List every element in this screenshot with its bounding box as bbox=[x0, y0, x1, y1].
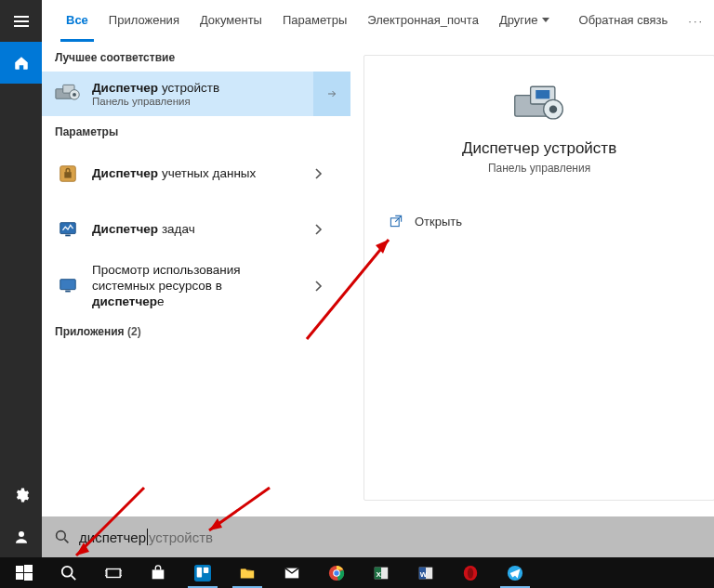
preview-title: Диспетчер устройств bbox=[462, 139, 616, 158]
result-title: Просмотр использования системных ресурсо… bbox=[92, 263, 289, 310]
chrome-icon bbox=[328, 565, 345, 581]
action-open-label: Открыть bbox=[415, 215, 462, 229]
svg-point-30 bbox=[334, 570, 338, 575]
preview-pane: Диспетчер устройств Панель управления От… bbox=[350, 42, 714, 557]
device-manager-icon bbox=[55, 81, 81, 107]
result-expand[interactable] bbox=[300, 264, 337, 308]
taskbar-app-store[interactable] bbox=[138, 557, 178, 588]
feedback-link[interactable]: Обратная связь bbox=[574, 0, 674, 42]
result-credential-manager[interactable]: Диспетчер учетных данных bbox=[42, 146, 350, 202]
mail-icon bbox=[284, 565, 300, 581]
results-pane: Лучшее соответствие Диспетчер устройств … bbox=[42, 42, 350, 557]
svg-rect-13 bbox=[536, 90, 549, 98]
chevron-down-icon bbox=[542, 18, 549, 22]
result-task-manager[interactable]: Диспетчер задач bbox=[42, 202, 350, 257]
task-view-icon bbox=[105, 565, 122, 581]
search-icon bbox=[60, 565, 77, 581]
preview-subtitle: Панель управления bbox=[488, 162, 590, 175]
account-button[interactable] bbox=[0, 516, 42, 557]
settings-button[interactable] bbox=[0, 474, 42, 516]
svg-rect-19 bbox=[24, 565, 33, 572]
svg-text:W: W bbox=[420, 569, 428, 578]
tab-all[interactable]: Все bbox=[60, 0, 94, 42]
more-options-button[interactable]: ··· bbox=[682, 14, 709, 28]
telegram-icon bbox=[507, 565, 523, 581]
trello-icon bbox=[194, 565, 211, 581]
svg-rect-9 bbox=[60, 280, 76, 290]
best-match-row[interactable]: Диспетчер устройств Панель управления bbox=[42, 72, 350, 116]
taskbar-app-opera[interactable] bbox=[450, 557, 491, 588]
taskbar-app-explorer[interactable] bbox=[227, 557, 268, 588]
opera-icon bbox=[462, 565, 479, 581]
action-open[interactable]: Открыть bbox=[383, 206, 695, 236]
tab-apps[interactable]: Приложения bbox=[103, 0, 185, 42]
credential-manager-icon bbox=[55, 161, 81, 187]
tab-more-label: Другие bbox=[499, 13, 538, 27]
result-expand[interactable] bbox=[300, 207, 337, 252]
svg-rect-23 bbox=[107, 568, 120, 577]
search-typed-text: диспетчер bbox=[79, 529, 146, 545]
excel-icon: X bbox=[373, 565, 390, 581]
best-match-subtitle: Панель управления bbox=[92, 96, 300, 107]
best-match-header: Лучшее соответствие bbox=[42, 42, 350, 72]
svg-rect-8 bbox=[65, 235, 71, 237]
apps-section-header: Приложения (2) bbox=[42, 316, 350, 346]
taskbar-app-word[interactable]: W bbox=[405, 557, 446, 588]
preview-app-icon bbox=[511, 82, 567, 128]
windows-icon bbox=[16, 565, 33, 581]
open-icon bbox=[389, 214, 403, 229]
start-sidebar bbox=[0, 0, 42, 557]
chevron-right-icon bbox=[313, 224, 324, 235]
svg-rect-25 bbox=[197, 567, 202, 577]
start-button[interactable] bbox=[4, 557, 45, 588]
tab-email[interactable]: Электронная_почта bbox=[362, 0, 484, 42]
svg-rect-26 bbox=[204, 567, 208, 572]
svg-rect-10 bbox=[65, 291, 71, 293]
svg-point-22 bbox=[62, 566, 73, 576]
svg-rect-20 bbox=[16, 573, 23, 580]
result-expand[interactable] bbox=[300, 151, 337, 196]
home-icon bbox=[13, 55, 30, 72]
taskbar-search-button[interactable] bbox=[48, 557, 89, 588]
task-view-button[interactable] bbox=[93, 557, 134, 588]
svg-point-15 bbox=[549, 105, 557, 112]
result-title: Диспетчер задач bbox=[92, 222, 289, 238]
svg-point-17 bbox=[57, 531, 66, 541]
profile-icon bbox=[13, 529, 30, 545]
svg-rect-6 bbox=[64, 172, 71, 177]
tab-settings[interactable]: Параметры bbox=[277, 0, 352, 42]
word-icon: W bbox=[417, 565, 434, 581]
tab-documents[interactable]: Документы bbox=[194, 0, 268, 42]
taskbar-app-trello[interactable] bbox=[182, 557, 223, 588]
taskbar-app-telegram[interactable] bbox=[495, 557, 536, 588]
svg-point-4 bbox=[73, 93, 76, 97]
monitor-icon bbox=[55, 273, 81, 299]
home-button[interactable] bbox=[0, 42, 42, 84]
menu-button[interactable] bbox=[0, 0, 42, 42]
svg-point-0 bbox=[19, 531, 24, 537]
apps-count: (2) bbox=[127, 325, 141, 338]
best-match-expand[interactable] bbox=[313, 72, 350, 116]
task-manager-icon bbox=[55, 216, 81, 242]
tab-more[interactable]: Другие bbox=[494, 0, 555, 42]
search-input-area[interactable]: диспетчер устройств bbox=[42, 516, 714, 557]
folder-icon bbox=[239, 565, 256, 581]
svg-rect-21 bbox=[24, 573, 33, 581]
svg-text:X: X bbox=[377, 569, 382, 578]
taskbar-app-mail[interactable] bbox=[271, 557, 312, 588]
svg-rect-18 bbox=[16, 566, 23, 572]
gear-icon bbox=[13, 487, 30, 503]
search-filter-tabs: Все Приложения Документы Параметры Элект… bbox=[42, 0, 714, 42]
result-title: Диспетчер учетных данных bbox=[92, 166, 289, 182]
taskbar-app-excel[interactable]: X bbox=[361, 557, 402, 588]
text-cursor bbox=[147, 529, 148, 545]
svg-rect-24 bbox=[194, 565, 211, 581]
search-suggestion-text: устройств bbox=[149, 529, 213, 545]
store-icon bbox=[150, 565, 166, 581]
taskbar-app-chrome[interactable] bbox=[316, 557, 357, 588]
search-icon bbox=[55, 529, 70, 544]
chevron-right-icon bbox=[313, 168, 324, 179]
settings-section-header: Параметры bbox=[42, 116, 350, 146]
svg-point-38 bbox=[468, 568, 473, 579]
result-resource-usage[interactable]: Просмотр использования системных ресурсо… bbox=[42, 257, 350, 316]
